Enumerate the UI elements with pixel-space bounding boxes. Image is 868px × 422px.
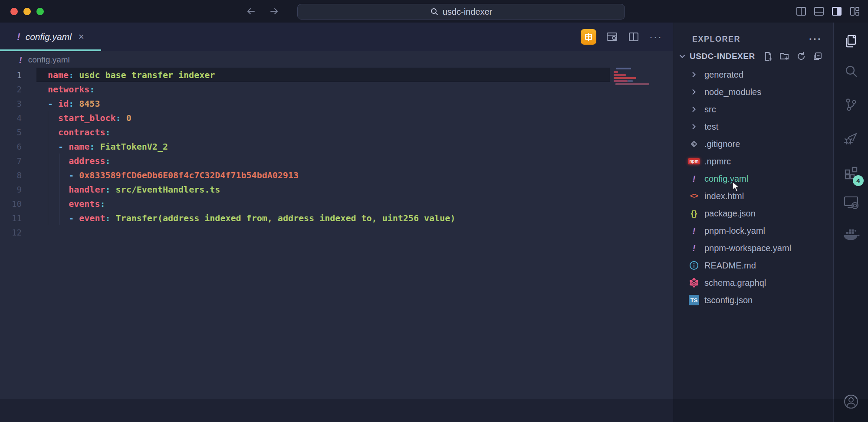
tree-item-label: src [704, 105, 716, 114]
mouse-cursor [732, 181, 742, 193]
code-text: start_block: 0 [34, 113, 132, 123]
code-text: name: usdc base transfer indexer [34, 70, 215, 80]
window-search-box[interactable]: usdc-indexer [297, 4, 625, 20]
code-text: networks: [34, 84, 95, 95]
tab-label: config.yaml [26, 32, 72, 42]
workspace-section-header[interactable]: USDC-INDEXER [673, 47, 833, 66]
refresh-icon[interactable] [796, 51, 806, 62]
explorer-more-icon[interactable]: ··· [809, 33, 822, 45]
tree-folder-test[interactable]: test [673, 118, 833, 135]
warning-exclaim-icon: ! [693, 226, 696, 236]
chevron-right-icon [690, 123, 698, 131]
tree-folder-generated[interactable]: generated [673, 66, 833, 83]
tree-item-label: .npmrc [704, 157, 731, 167]
close-window-button[interactable] [10, 8, 18, 15]
extensions-badge: 4 [853, 175, 864, 186]
tree-folder-src[interactable]: src [673, 101, 833, 118]
git-icon [690, 140, 698, 148]
split-columns-icon[interactable] [796, 6, 807, 17]
breadcrumb[interactable]: ! config.yaml [0, 51, 673, 69]
zoom-window-button[interactable] [36, 8, 44, 15]
new-folder-icon[interactable] [779, 51, 790, 62]
breadcrumb-file: config.yaml [28, 55, 70, 65]
tree-file-dot-gitignore[interactable]: .gitignore [673, 135, 833, 153]
code-text: - event: Transfer(address indexed from, … [34, 213, 455, 223]
open-preview-icon[interactable] [606, 31, 618, 43]
tree-file-config.yaml[interactable]: !config.yaml [673, 170, 833, 187]
tree-file-schema.graphql[interactable]: schema.graphql [673, 274, 833, 291]
breadcrumb-warning-icon: ! [19, 55, 22, 65]
explorer-activity-icon[interactable] [834, 32, 868, 50]
minimize-window-button[interactable] [23, 8, 31, 15]
code-text: events: [34, 199, 105, 209]
tree-file-README.md[interactable]: README.md [673, 257, 833, 274]
code-line[interactable]: 4 start_block: 0 [0, 111, 673, 125]
warning-exclaim-icon: ! [693, 173, 696, 184]
line-number: 7 [0, 156, 34, 166]
code-line[interactable]: 8 - 0x833589fCD6eDb6E08f4c7C32D4f71b54bd… [0, 168, 673, 182]
warning-exclaim-icon: ! [693, 243, 696, 253]
code-line[interactable]: 10 events: [0, 196, 673, 211]
code-editor[interactable]: 1name: usdc base transfer indexer2networ… [0, 68, 673, 239]
run-debug-icon[interactable] [834, 129, 868, 147]
chevron-right-icon [690, 105, 698, 113]
code-line[interactable]: 5 contracts: [0, 125, 673, 139]
more-actions-icon[interactable]: ··· [649, 31, 662, 43]
line-number: 9 [0, 185, 34, 194]
workspace-name: USDC-INDEXER [690, 52, 755, 61]
code-line[interactable]: 3- id: 8453 [0, 96, 673, 111]
tree-file-index.html[interactable]: <>index.html [673, 187, 833, 205]
code-line[interactable]: 6 - name: FiatTokenV2_2 [0, 139, 673, 154]
tab-config-yaml[interactable]: ! config.yaml × [0, 23, 101, 51]
code-text: - 0x833589fCD6eDb6E08f4c7C32D4f71b54bdA0… [34, 170, 299, 180]
code-line[interactable]: 2networks: [0, 82, 673, 96]
line-number: 6 [0, 142, 34, 151]
tree-item-label: .gitignore [704, 139, 740, 149]
line-number: 3 [0, 99, 34, 108]
tab-close-icon[interactable]: × [79, 31, 84, 43]
chevron-right-icon [690, 88, 698, 96]
account-icon[interactable] [834, 393, 868, 411]
tree-item-label: test [704, 122, 718, 132]
tree-item-label: pnpm-workspace.yaml [704, 243, 791, 253]
code-text: - id: 8453 [34, 98, 100, 109]
back-arrow-icon[interactable] [246, 6, 257, 17]
tree-file-pnpm-lock.yaml[interactable]: !pnpm-lock.yaml [673, 222, 833, 239]
source-control-icon[interactable] [834, 95, 868, 114]
code-line[interactable]: 1name: usdc base transfer indexer [0, 68, 673, 82]
orange-extension-icon[interactable] [581, 29, 596, 45]
chevron-down-icon [678, 52, 686, 60]
tree-item-label: schema.graphql [704, 278, 766, 288]
toggle-right-sidebar-icon[interactable] [831, 6, 842, 17]
line-number: 1 [0, 70, 34, 80]
code-line[interactable]: 9 handler: src/EventHandlers.ts [0, 182, 673, 196]
remote-explorer-icon[interactable] [834, 193, 868, 211]
html-code-icon: <> [690, 192, 698, 200]
tree-file-package.json[interactable]: {}package.json [673, 205, 833, 222]
editor-group: ! config.yaml × ··· [0, 23, 673, 422]
json-braces-icon: {} [691, 209, 697, 218]
title-bar: usdc-indexer [0, 0, 868, 23]
line-number: 2 [0, 85, 34, 94]
tree-file-dot-npmrc[interactable]: npm.npmrc [673, 153, 833, 170]
activity-bar: 4 [833, 23, 868, 422]
new-file-icon[interactable] [763, 51, 773, 62]
tree-item-label: pnpm-lock.yaml [704, 226, 765, 236]
tree-file-pnpm-workspace.yaml[interactable]: !pnpm-workspace.yaml [673, 239, 833, 257]
tree-item-label: node_modules [704, 87, 761, 97]
info-circle-icon [689, 261, 699, 270]
tree-file-tsconfig.json[interactable]: TStsconfig.json [673, 291, 833, 309]
code-line[interactable]: 12 [0, 225, 673, 239]
customize-layout-icon[interactable] [849, 6, 860, 17]
split-editor-icon[interactable] [628, 31, 640, 43]
file-tree: generatednode_modulessrctest.gitignorenp… [673, 66, 833, 309]
code-line[interactable]: 11 - event: Transfer(address indexed fro… [0, 211, 673, 225]
split-rows-icon[interactable] [813, 6, 825, 17]
collapse-all-icon[interactable] [812, 51, 823, 62]
code-line[interactable]: 7 address: [0, 154, 673, 168]
docker-icon[interactable] [834, 225, 868, 243]
extensions-icon[interactable]: 4 [834, 163, 868, 181]
forward-arrow-icon[interactable] [268, 6, 279, 17]
tree-folder-node_modules[interactable]: node_modules [673, 83, 833, 101]
search-activity-icon[interactable] [834, 62, 868, 81]
